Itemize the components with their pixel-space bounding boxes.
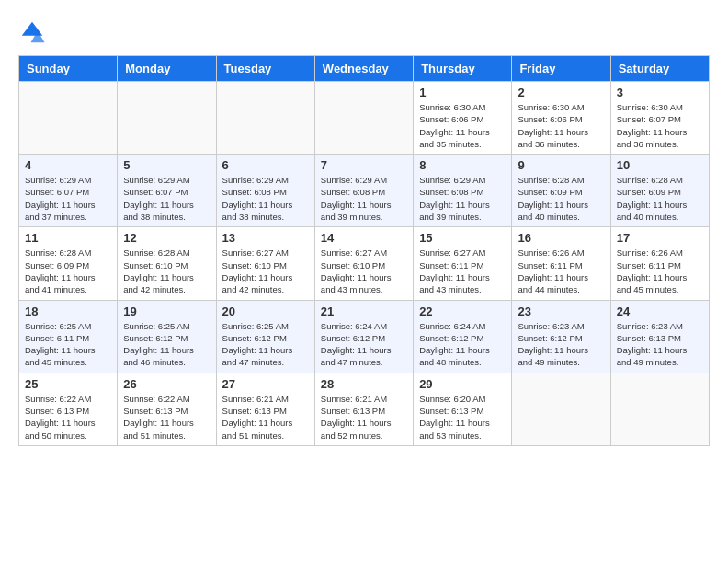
day-info: Sunrise: 6:29 AM Sunset: 6:08 PM Dayligh… <box>419 174 506 223</box>
day-number: 9 <box>518 158 604 172</box>
day-info: Sunrise: 6:26 AM Sunset: 6:11 PM Dayligh… <box>518 247 604 295</box>
svg-marker-0 <box>22 22 43 36</box>
day-number: 21 <box>321 304 407 318</box>
day-info: Sunrise: 6:30 AM Sunset: 6:06 PM Dayligh… <box>518 101 604 150</box>
day-info: Sunrise: 6:27 AM Sunset: 6:10 PM Dayligh… <box>222 247 309 295</box>
day-number: 4 <box>25 158 111 172</box>
calendar-cell: 18Sunrise: 6:25 AM Sunset: 6:11 PM Dayli… <box>19 300 118 373</box>
day-number: 15 <box>419 231 506 245</box>
calendar-cell: 2Sunrise: 6:30 AM Sunset: 6:06 PM Daylig… <box>512 82 610 155</box>
day-info: Sunrise: 6:28 AM Sunset: 6:10 PM Dayligh… <box>123 247 210 295</box>
day-info: Sunrise: 6:25 AM Sunset: 6:11 PM Dayligh… <box>25 320 111 369</box>
day-info: Sunrise: 6:21 AM Sunset: 6:13 PM Dayligh… <box>222 393 309 442</box>
day-number: 24 <box>617 304 703 318</box>
calendar-header-tuesday: Tuesday <box>216 56 314 82</box>
day-info: Sunrise: 6:29 AM Sunset: 6:07 PM Dayligh… <box>123 174 210 223</box>
day-number: 18 <box>25 304 111 318</box>
calendar-week-1: 1Sunrise: 6:30 AM Sunset: 6:06 PM Daylig… <box>19 82 710 155</box>
day-number: 27 <box>222 377 309 391</box>
day-info: Sunrise: 6:23 AM Sunset: 6:13 PM Dayligh… <box>617 320 703 369</box>
calendar-cell: 14Sunrise: 6:27 AM Sunset: 6:10 PM Dayli… <box>314 227 413 300</box>
calendar-cell <box>118 82 216 155</box>
day-info: Sunrise: 6:24 AM Sunset: 6:12 PM Dayligh… <box>419 320 506 369</box>
day-number: 2 <box>518 86 604 99</box>
calendar-cell: 27Sunrise: 6:21 AM Sunset: 6:13 PM Dayli… <box>216 373 314 445</box>
calendar-cell <box>314 82 413 155</box>
calendar-cell: 13Sunrise: 6:27 AM Sunset: 6:10 PM Dayli… <box>216 227 314 300</box>
day-number: 22 <box>419 304 506 318</box>
day-number: 12 <box>123 231 210 245</box>
logo-icon <box>18 18 46 46</box>
day-info: Sunrise: 6:30 AM Sunset: 6:06 PM Dayligh… <box>419 101 506 150</box>
day-info: Sunrise: 6:22 AM Sunset: 6:13 PM Dayligh… <box>25 393 111 442</box>
calendar-cell: 8Sunrise: 6:29 AM Sunset: 6:08 PM Daylig… <box>414 155 512 227</box>
calendar-cell: 17Sunrise: 6:26 AM Sunset: 6:11 PM Dayli… <box>610 227 709 300</box>
calendar-cell: 1Sunrise: 6:30 AM Sunset: 6:06 PM Daylig… <box>414 82 512 155</box>
calendar-cell <box>512 373 610 445</box>
calendar-header-sunday: Sunday <box>19 56 118 82</box>
day-number: 5 <box>123 158 210 172</box>
day-number: 10 <box>617 158 703 172</box>
day-info: Sunrise: 6:27 AM Sunset: 6:11 PM Dayligh… <box>419 247 506 295</box>
calendar-week-5: 25Sunrise: 6:22 AM Sunset: 6:13 PM Dayli… <box>19 373 710 445</box>
calendar-header-friday: Friday <box>512 56 610 82</box>
calendar-header-row: SundayMondayTuesdayWednesdayThursdayFrid… <box>19 56 710 82</box>
day-number: 25 <box>25 377 111 391</box>
day-number: 1 <box>419 86 506 99</box>
day-info: Sunrise: 6:25 AM Sunset: 6:12 PM Dayligh… <box>123 320 210 369</box>
calendar-cell: 12Sunrise: 6:28 AM Sunset: 6:10 PM Dayli… <box>118 227 216 300</box>
calendar-cell: 7Sunrise: 6:29 AM Sunset: 6:08 PM Daylig… <box>314 155 413 227</box>
calendar-cell: 10Sunrise: 6:28 AM Sunset: 6:09 PM Dayli… <box>610 155 709 227</box>
day-info: Sunrise: 6:29 AM Sunset: 6:07 PM Dayligh… <box>25 174 111 223</box>
calendar-week-3: 11Sunrise: 6:28 AM Sunset: 6:09 PM Dayli… <box>19 227 710 300</box>
day-number: 14 <box>321 231 407 245</box>
day-number: 13 <box>222 231 309 245</box>
calendar-cell: 28Sunrise: 6:21 AM Sunset: 6:13 PM Dayli… <box>314 373 413 445</box>
calendar-cell: 5Sunrise: 6:29 AM Sunset: 6:07 PM Daylig… <box>118 155 216 227</box>
day-info: Sunrise: 6:25 AM Sunset: 6:12 PM Dayligh… <box>222 320 309 369</box>
day-info: Sunrise: 6:28 AM Sunset: 6:09 PM Dayligh… <box>617 174 703 223</box>
calendar-cell: 6Sunrise: 6:29 AM Sunset: 6:08 PM Daylig… <box>216 155 314 227</box>
calendar-cell: 21Sunrise: 6:24 AM Sunset: 6:12 PM Dayli… <box>314 300 413 373</box>
calendar: SundayMondayTuesdayWednesdayThursdayFrid… <box>18 55 710 446</box>
day-number: 6 <box>222 158 309 172</box>
calendar-cell: 3Sunrise: 6:30 AM Sunset: 6:07 PM Daylig… <box>610 82 709 155</box>
calendar-header-saturday: Saturday <box>610 56 709 82</box>
calendar-header-wednesday: Wednesday <box>314 56 413 82</box>
day-number: 16 <box>518 231 604 245</box>
calendar-cell <box>19 82 118 155</box>
calendar-cell: 26Sunrise: 6:22 AM Sunset: 6:13 PM Dayli… <box>118 373 216 445</box>
day-number: 7 <box>321 158 407 172</box>
calendar-cell: 4Sunrise: 6:29 AM Sunset: 6:07 PM Daylig… <box>19 155 118 227</box>
calendar-cell <box>610 373 709 445</box>
calendar-cell <box>216 82 314 155</box>
calendar-week-2: 4Sunrise: 6:29 AM Sunset: 6:07 PM Daylig… <box>19 155 710 227</box>
calendar-cell: 29Sunrise: 6:20 AM Sunset: 6:13 PM Dayli… <box>414 373 512 445</box>
day-info: Sunrise: 6:28 AM Sunset: 6:09 PM Dayligh… <box>25 247 111 295</box>
day-info: Sunrise: 6:22 AM Sunset: 6:13 PM Dayligh… <box>123 393 210 442</box>
day-number: 3 <box>617 86 703 99</box>
day-info: Sunrise: 6:24 AM Sunset: 6:12 PM Dayligh… <box>321 320 407 369</box>
calendar-cell: 9Sunrise: 6:28 AM Sunset: 6:09 PM Daylig… <box>512 155 610 227</box>
day-info: Sunrise: 6:27 AM Sunset: 6:10 PM Dayligh… <box>321 247 407 295</box>
calendar-cell: 19Sunrise: 6:25 AM Sunset: 6:12 PM Dayli… <box>118 300 216 373</box>
day-number: 29 <box>419 377 506 391</box>
day-number: 17 <box>617 231 703 245</box>
header <box>18 18 710 46</box>
calendar-cell: 15Sunrise: 6:27 AM Sunset: 6:11 PM Dayli… <box>414 227 512 300</box>
calendar-cell: 24Sunrise: 6:23 AM Sunset: 6:13 PM Dayli… <box>610 300 709 373</box>
day-info: Sunrise: 6:28 AM Sunset: 6:09 PM Dayligh… <box>518 174 604 223</box>
calendar-week-4: 18Sunrise: 6:25 AM Sunset: 6:11 PM Dayli… <box>19 300 710 373</box>
day-info: Sunrise: 6:21 AM Sunset: 6:13 PM Dayligh… <box>321 393 407 442</box>
day-number: 23 <box>518 304 604 318</box>
calendar-cell: 22Sunrise: 6:24 AM Sunset: 6:12 PM Dayli… <box>414 300 512 373</box>
calendar-header-monday: Monday <box>118 56 216 82</box>
calendar-header-thursday: Thursday <box>414 56 512 82</box>
logo <box>18 18 50 46</box>
calendar-cell: 16Sunrise: 6:26 AM Sunset: 6:11 PM Dayli… <box>512 227 610 300</box>
calendar-cell: 23Sunrise: 6:23 AM Sunset: 6:12 PM Dayli… <box>512 300 610 373</box>
calendar-cell: 11Sunrise: 6:28 AM Sunset: 6:09 PM Dayli… <box>19 227 118 300</box>
calendar-cell: 20Sunrise: 6:25 AM Sunset: 6:12 PM Dayli… <box>216 300 314 373</box>
day-info: Sunrise: 6:29 AM Sunset: 6:08 PM Dayligh… <box>321 174 407 223</box>
day-info: Sunrise: 6:20 AM Sunset: 6:13 PM Dayligh… <box>419 393 506 442</box>
